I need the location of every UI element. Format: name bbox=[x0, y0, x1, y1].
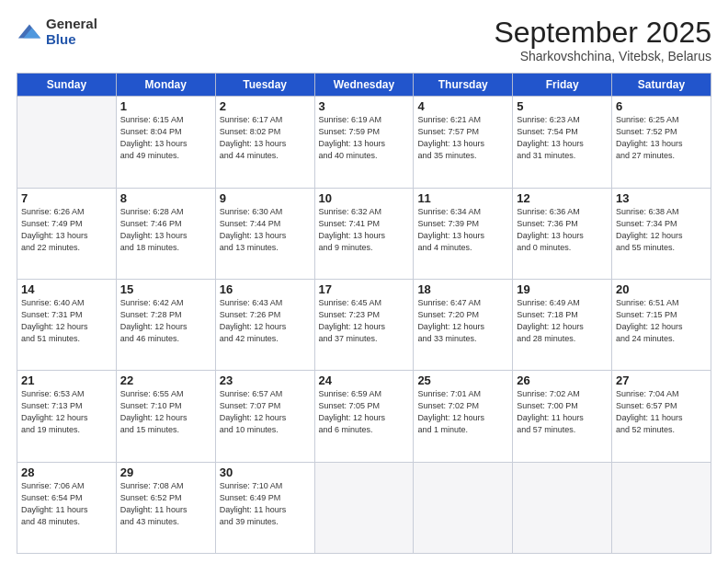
logo-text: General Blue bbox=[46, 17, 97, 47]
day-number: 28 bbox=[21, 465, 112, 479]
day-info: Sunrise: 6:57 AMSunset: 7:07 PMDaylight:… bbox=[220, 388, 311, 436]
day-info: Sunrise: 6:25 AMSunset: 7:52 PMDaylight:… bbox=[616, 114, 707, 162]
day-number: 5 bbox=[517, 99, 608, 113]
weekday-header-row: Sunday Monday Tuesday Wednesday Thursday… bbox=[17, 74, 711, 97]
table-row bbox=[612, 462, 711, 553]
day-number: 8 bbox=[120, 191, 211, 205]
day-info: Sunrise: 7:06 AMSunset: 6:54 PMDaylight:… bbox=[21, 480, 112, 528]
table-row: 20Sunrise: 6:51 AMSunset: 7:15 PMDayligh… bbox=[612, 279, 711, 370]
day-number: 4 bbox=[417, 99, 508, 113]
day-info: Sunrise: 6:38 AMSunset: 7:34 PMDaylight:… bbox=[616, 206, 707, 254]
header: General Blue September 2025 Sharkovshchi… bbox=[17, 17, 711, 63]
table-row: 22Sunrise: 6:55 AMSunset: 7:10 PMDayligh… bbox=[116, 371, 215, 462]
day-info: Sunrise: 6:32 AMSunset: 7:41 PMDaylight:… bbox=[319, 206, 410, 254]
logo-blue-label: Blue bbox=[46, 32, 97, 48]
day-info: Sunrise: 6:53 AMSunset: 7:13 PMDaylight:… bbox=[21, 388, 112, 436]
table-row: 14Sunrise: 6:40 AMSunset: 7:31 PMDayligh… bbox=[17, 279, 117, 370]
page: General Blue September 2025 Sharkovshchi… bbox=[0, 0, 728, 563]
day-number: 21 bbox=[21, 373, 112, 387]
header-saturday: Saturday bbox=[612, 74, 711, 97]
table-row: 5Sunrise: 6:23 AMSunset: 7:54 PMDaylight… bbox=[513, 97, 612, 188]
day-number: 25 bbox=[417, 373, 508, 387]
title-block: September 2025 Sharkovshchina, Vitebsk, … bbox=[494, 17, 711, 63]
logo-general-label: General bbox=[46, 17, 97, 32]
day-info: Sunrise: 6:30 AMSunset: 7:44 PMDaylight:… bbox=[220, 206, 311, 254]
day-number: 22 bbox=[120, 373, 211, 387]
day-info: Sunrise: 6:26 AMSunset: 7:49 PMDaylight:… bbox=[21, 206, 112, 254]
day-info: Sunrise: 6:15 AMSunset: 8:04 PMDaylight:… bbox=[120, 114, 211, 162]
day-info: Sunrise: 6:19 AMSunset: 7:59 PMDaylight:… bbox=[319, 114, 410, 162]
day-number: 10 bbox=[319, 191, 410, 205]
day-info: Sunrise: 7:04 AMSunset: 6:57 PMDaylight:… bbox=[616, 388, 707, 436]
day-info: Sunrise: 6:34 AMSunset: 7:39 PMDaylight:… bbox=[417, 206, 508, 254]
day-info: Sunrise: 6:49 AMSunset: 7:18 PMDaylight:… bbox=[517, 297, 608, 345]
day-number: 2 bbox=[220, 99, 311, 113]
day-number: 7 bbox=[21, 191, 112, 205]
table-row: 3Sunrise: 6:19 AMSunset: 7:59 PMDaylight… bbox=[314, 97, 414, 188]
table-row: 10Sunrise: 6:32 AMSunset: 7:41 PMDayligh… bbox=[314, 188, 414, 279]
day-info: Sunrise: 6:43 AMSunset: 7:26 PMDaylight:… bbox=[220, 297, 311, 345]
day-number: 19 bbox=[517, 282, 608, 296]
table-row: 16Sunrise: 6:43 AMSunset: 7:26 PMDayligh… bbox=[215, 279, 314, 370]
table-row: 25Sunrise: 7:01 AMSunset: 7:02 PMDayligh… bbox=[414, 371, 513, 462]
day-number: 16 bbox=[220, 282, 311, 296]
table-row: 23Sunrise: 6:57 AMSunset: 7:07 PMDayligh… bbox=[215, 371, 314, 462]
table-row: 15Sunrise: 6:42 AMSunset: 7:28 PMDayligh… bbox=[116, 279, 215, 370]
calendar-title: September 2025 bbox=[494, 17, 711, 49]
day-info: Sunrise: 6:51 AMSunset: 7:15 PMDaylight:… bbox=[616, 297, 707, 345]
day-info: Sunrise: 6:17 AMSunset: 8:02 PMDaylight:… bbox=[220, 114, 311, 162]
table-row: 1Sunrise: 6:15 AMSunset: 8:04 PMDaylight… bbox=[116, 97, 215, 188]
table-row: 12Sunrise: 6:36 AMSunset: 7:36 PMDayligh… bbox=[513, 188, 612, 279]
table-row: 28Sunrise: 7:06 AMSunset: 6:54 PMDayligh… bbox=[17, 462, 117, 553]
calendar-table: Sunday Monday Tuesday Wednesday Thursday… bbox=[17, 73, 711, 554]
table-row: 24Sunrise: 6:59 AMSunset: 7:05 PMDayligh… bbox=[314, 371, 414, 462]
day-info: Sunrise: 6:42 AMSunset: 7:28 PMDaylight:… bbox=[120, 297, 211, 345]
logo: General Blue bbox=[17, 17, 97, 47]
calendar-week-row: 7Sunrise: 6:26 AMSunset: 7:49 PMDaylight… bbox=[17, 188, 711, 279]
table-row: 7Sunrise: 6:26 AMSunset: 7:49 PMDaylight… bbox=[17, 188, 117, 279]
day-info: Sunrise: 7:10 AMSunset: 6:49 PMDaylight:… bbox=[220, 480, 311, 528]
header-wednesday: Wednesday bbox=[314, 74, 414, 97]
header-thursday: Thursday bbox=[414, 74, 513, 97]
day-info: Sunrise: 6:55 AMSunset: 7:10 PMDaylight:… bbox=[120, 388, 211, 436]
table-row: 6Sunrise: 6:25 AMSunset: 7:52 PMDaylight… bbox=[612, 97, 711, 188]
day-number: 18 bbox=[417, 282, 508, 296]
table-row: 19Sunrise: 6:49 AMSunset: 7:18 PMDayligh… bbox=[513, 279, 612, 370]
day-number: 27 bbox=[616, 373, 707, 387]
table-row: 29Sunrise: 7:08 AMSunset: 6:52 PMDayligh… bbox=[116, 462, 215, 553]
table-row: 13Sunrise: 6:38 AMSunset: 7:34 PMDayligh… bbox=[612, 188, 711, 279]
table-row: 11Sunrise: 6:34 AMSunset: 7:39 PMDayligh… bbox=[414, 188, 513, 279]
table-row: 21Sunrise: 6:53 AMSunset: 7:13 PMDayligh… bbox=[17, 371, 117, 462]
table-row: 26Sunrise: 7:02 AMSunset: 7:00 PMDayligh… bbox=[513, 371, 612, 462]
logo-icon bbox=[17, 19, 42, 45]
day-info: Sunrise: 7:08 AMSunset: 6:52 PMDaylight:… bbox=[120, 480, 211, 528]
table-row: 30Sunrise: 7:10 AMSunset: 6:49 PMDayligh… bbox=[215, 462, 314, 553]
day-number: 3 bbox=[319, 99, 410, 113]
day-number: 9 bbox=[220, 191, 311, 205]
header-sunday: Sunday bbox=[17, 74, 117, 97]
day-info: Sunrise: 7:01 AMSunset: 7:02 PMDaylight:… bbox=[417, 388, 508, 436]
day-number: 1 bbox=[120, 99, 211, 113]
table-row: 27Sunrise: 7:04 AMSunset: 6:57 PMDayligh… bbox=[612, 371, 711, 462]
day-number: 26 bbox=[517, 373, 608, 387]
table-row bbox=[17, 97, 117, 188]
day-info: Sunrise: 6:28 AMSunset: 7:46 PMDaylight:… bbox=[120, 206, 211, 254]
calendar-week-row: 28Sunrise: 7:06 AMSunset: 6:54 PMDayligh… bbox=[17, 462, 711, 553]
day-number: 29 bbox=[120, 465, 211, 479]
day-number: 11 bbox=[417, 191, 508, 205]
table-row: 4Sunrise: 6:21 AMSunset: 7:57 PMDaylight… bbox=[414, 97, 513, 188]
header-monday: Monday bbox=[116, 74, 215, 97]
table-row: 17Sunrise: 6:45 AMSunset: 7:23 PMDayligh… bbox=[314, 279, 414, 370]
day-info: Sunrise: 6:21 AMSunset: 7:57 PMDaylight:… bbox=[417, 114, 508, 162]
table-row: 2Sunrise: 6:17 AMSunset: 8:02 PMDaylight… bbox=[215, 97, 314, 188]
day-info: Sunrise: 6:23 AMSunset: 7:54 PMDaylight:… bbox=[517, 114, 608, 162]
day-number: 13 bbox=[616, 191, 707, 205]
day-number: 15 bbox=[120, 282, 211, 296]
day-number: 12 bbox=[517, 191, 608, 205]
day-number: 20 bbox=[616, 282, 707, 296]
table-row: 8Sunrise: 6:28 AMSunset: 7:46 PMDaylight… bbox=[116, 188, 215, 279]
day-number: 30 bbox=[220, 465, 311, 479]
day-number: 6 bbox=[616, 99, 707, 113]
day-info: Sunrise: 6:40 AMSunset: 7:31 PMDaylight:… bbox=[21, 297, 112, 345]
day-info: Sunrise: 6:47 AMSunset: 7:20 PMDaylight:… bbox=[417, 297, 508, 345]
